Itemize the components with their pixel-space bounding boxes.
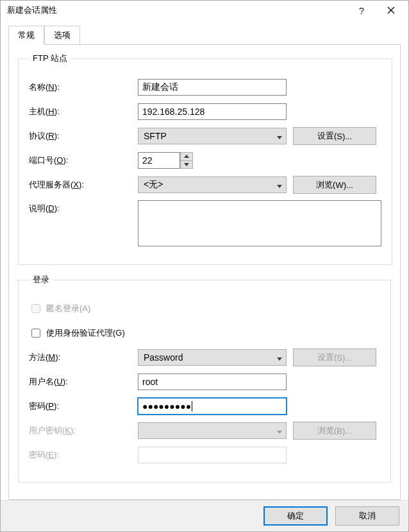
chevron-down-icon: [277, 352, 282, 363]
window-title: 新建会话属性: [7, 4, 347, 16]
proxy-value: <无>: [144, 179, 163, 191]
password-label: 密码(P):: [29, 400, 131, 412]
tab-general[interactable]: 常规: [8, 26, 44, 45]
description-input[interactable]: [138, 200, 381, 246]
tab-options[interactable]: 选项: [44, 26, 80, 45]
protocol-setup-button[interactable]: 设置(S)...: [293, 127, 376, 145]
ok-button[interactable]: 确定: [263, 506, 328, 526]
proxy-label: 代理服务器(X):: [29, 179, 131, 191]
username-label: 用户名(U):: [29, 376, 131, 388]
chevron-down-icon: [277, 180, 282, 190]
close-icon: [387, 6, 395, 14]
anonymous-checkbox-row: 匿名登录(A): [29, 300, 380, 318]
close-button[interactable]: [376, 1, 406, 20]
tab-strip: 常规 选项: [8, 25, 401, 44]
protocol-label: 协议(R):: [29, 130, 131, 142]
description-label: 说明(D):: [29, 200, 131, 214]
userkey-browse-button: 浏览(B)...: [293, 422, 376, 440]
text-caret: [192, 401, 192, 411]
protocol-select[interactable]: SFTP: [138, 128, 287, 144]
proxy-select[interactable]: <无>: [138, 176, 287, 193]
group-ftp-site: FTP 站点 名称(N): 主机(H): 协议(R): SFTP 设置(S)..…: [18, 53, 392, 265]
port-label: 端口号(O):: [29, 155, 131, 166]
method-setup-button: 设置(S)...: [293, 348, 376, 366]
name-input[interactable]: [138, 79, 287, 96]
group-ftp-legend: FTP 站点: [29, 53, 71, 64]
method-value: Password: [144, 352, 183, 363]
anonymous-checkbox: [31, 304, 40, 313]
name-label: 名称(N):: [29, 82, 131, 93]
tab-panel-general: FTP 站点 名称(N): 主机(H): 协议(R): SFTP 设置(S)..…: [8, 44, 401, 500]
userkey-select: [138, 422, 287, 439]
port-input[interactable]: [138, 152, 180, 169]
anonymous-label: 匿名登录(A): [46, 303, 90, 314]
method-label: 方法(M):: [29, 352, 131, 363]
chevron-down-icon: [277, 131, 282, 141]
username-input[interactable]: [138, 373, 287, 390]
agent-checkbox[interactable]: [31, 329, 40, 338]
userkey-label: 用户密钥(K):: [29, 425, 131, 436]
triangle-down-icon: [184, 163, 189, 166]
port-step-up[interactable]: [181, 153, 192, 160]
keypass-label: 密码(E):: [29, 449, 131, 461]
proxy-browse-button[interactable]: 浏览(W)...: [293, 176, 376, 194]
titlebar: 新建会话属性 ?: [1, 1, 408, 20]
protocol-value: SFTP: [144, 131, 167, 141]
agent-checkbox-row: 使用身份验证代理(G): [29, 324, 380, 342]
port-step-down[interactable]: [181, 160, 192, 169]
dialog-footer: 确定 取消: [1, 500, 408, 531]
host-label: 主机(H):: [29, 106, 131, 117]
triangle-up-icon: [184, 155, 189, 158]
content-area: 常规 选项 FTP 站点 名称(N): 主机(H): 协议(R): SFTP: [1, 20, 408, 500]
host-input[interactable]: [138, 103, 287, 120]
keypass-input: [138, 447, 287, 463]
group-login-legend: 登录: [29, 274, 53, 286]
password-input[interactable]: ●●●●●●●●●: [138, 398, 287, 415]
group-login: 登录 匿名登录(A) 使用身份验证代理(G) 方法(M): Password 设…: [18, 274, 391, 483]
chevron-down-icon: [277, 425, 282, 436]
port-spinner: [138, 152, 193, 169]
cancel-button[interactable]: 取消: [335, 506, 399, 526]
password-value: ●●●●●●●●●: [142, 401, 191, 411]
agent-label: 使用身份验证代理(G): [46, 327, 125, 339]
dialog-window: 新建会话属性 ? 常规 选项 FTP 站点 名称(N): 主机(H):: [0, 0, 409, 532]
help-button[interactable]: ?: [347, 1, 376, 20]
method-select[interactable]: Password: [138, 349, 287, 366]
